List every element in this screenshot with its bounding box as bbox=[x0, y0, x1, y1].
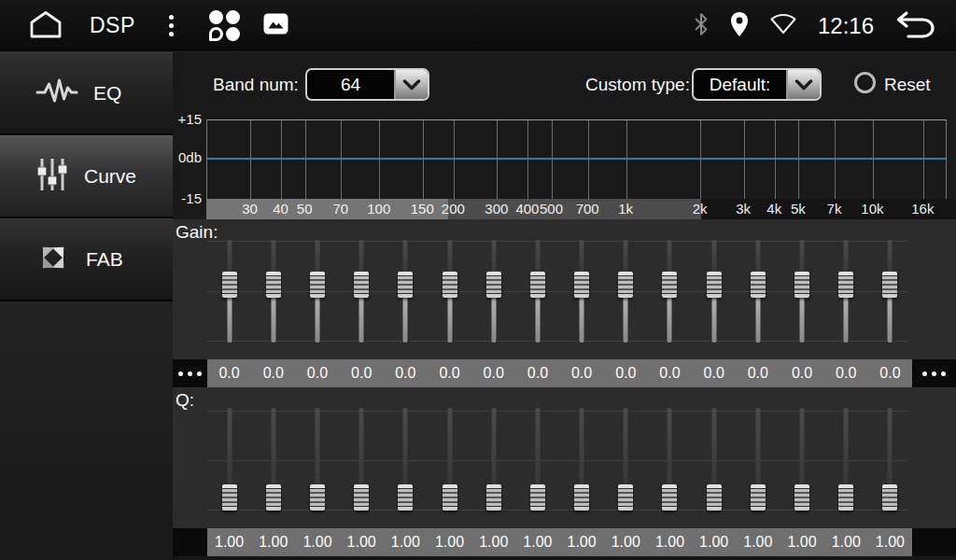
sidebar-item-fab[interactable]: FAB bbox=[0, 218, 173, 301]
gain-slider-8[interactable] bbox=[515, 237, 559, 345]
gain-slider-knob[interactable] bbox=[574, 272, 589, 298]
gain-slider-knob[interactable] bbox=[354, 272, 369, 298]
q-slider-knob[interactable] bbox=[266, 484, 281, 511]
gain-slider-5[interactable] bbox=[384, 237, 428, 345]
gain-slider-knob[interactable] bbox=[882, 272, 897, 298]
gain-value-7: 0.0 bbox=[471, 359, 515, 387]
gain-slider-3[interactable] bbox=[295, 237, 339, 345]
freq-gridline bbox=[798, 120, 799, 199]
status-bar: DSP 12:16 bbox=[0, 0, 956, 52]
gain-slider-knob[interactable] bbox=[530, 272, 545, 298]
q-slider-2[interactable] bbox=[251, 405, 295, 513]
freq-tick-label: 150 bbox=[411, 201, 434, 217]
q-slider-4[interactable] bbox=[340, 405, 384, 513]
q-slider-12[interactable] bbox=[692, 405, 736, 513]
slider-track-lower bbox=[888, 294, 893, 343]
freq-gridline bbox=[497, 120, 498, 199]
q-slider-knob[interactable] bbox=[530, 484, 545, 511]
gain-slider-knob[interactable] bbox=[398, 272, 413, 298]
q-slider-9[interactable] bbox=[560, 405, 604, 513]
q-slider-10[interactable] bbox=[604, 405, 648, 513]
q-section-label: Q: bbox=[176, 390, 194, 411]
q-slider-knob[interactable] bbox=[794, 484, 809, 511]
q-slider-7[interactable] bbox=[471, 405, 515, 513]
gain-slider-knob[interactable] bbox=[794, 272, 809, 298]
gain-slider-knob[interactable] bbox=[486, 272, 501, 298]
q-slider-knob[interactable] bbox=[882, 484, 897, 511]
q-slider-knob[interactable] bbox=[751, 484, 766, 511]
band-num-label: Band num: bbox=[213, 75, 299, 95]
gallery-icon[interactable] bbox=[263, 13, 288, 38]
q-slider-8[interactable] bbox=[515, 405, 559, 513]
gain-slider-10[interactable] bbox=[604, 237, 648, 345]
gain-slider-9[interactable] bbox=[560, 237, 604, 345]
gain-slider-16[interactable] bbox=[868, 237, 912, 345]
eq-curve-plot[interactable] bbox=[206, 119, 947, 199]
gain-slider-12[interactable] bbox=[692, 237, 736, 345]
gain-slider-14[interactable] bbox=[780, 237, 823, 345]
q-slider-knob[interactable] bbox=[354, 484, 369, 511]
q-value-8: 1.00 bbox=[515, 528, 559, 556]
q-slider-13[interactable] bbox=[736, 405, 780, 513]
q-slider-knob[interactable] bbox=[574, 484, 589, 511]
back-icon[interactable] bbox=[894, 9, 935, 43]
sidebar-item-eq[interactable]: EQ bbox=[0, 52, 173, 135]
q-slider-3[interactable] bbox=[295, 405, 339, 513]
q-slider-knob[interactable] bbox=[838, 484, 853, 511]
gain-slider-knob[interactable] bbox=[662, 272, 677, 298]
home-icon[interactable] bbox=[26, 9, 65, 43]
q-slider-14[interactable] bbox=[780, 405, 823, 513]
chevron-down-icon[interactable] bbox=[394, 70, 428, 99]
q-slider-knob[interactable] bbox=[618, 484, 633, 511]
gain-slider-15[interactable] bbox=[824, 237, 868, 345]
gain-slider-knob[interactable] bbox=[838, 272, 853, 298]
gain-slider-knob[interactable] bbox=[222, 272, 237, 298]
q-slider-knob[interactable] bbox=[486, 484, 501, 511]
custom-type-select[interactable]: Default: bbox=[692, 68, 822, 101]
gain-more-left-button[interactable] bbox=[173, 359, 207, 387]
bluetooth-icon bbox=[693, 11, 710, 41]
freq-gridline bbox=[626, 120, 627, 199]
q-value-12: 1.00 bbox=[692, 528, 736, 556]
band-num-select[interactable]: 64 bbox=[305, 68, 429, 101]
gain-slider-knob[interactable] bbox=[707, 272, 722, 298]
q-slider-1[interactable] bbox=[207, 405, 251, 513]
q-slider-knob[interactable] bbox=[662, 484, 677, 511]
apps-clover-icon[interactable] bbox=[209, 10, 241, 42]
gain-slider-11[interactable] bbox=[648, 237, 692, 345]
sidebar-item-label: EQ bbox=[93, 82, 121, 105]
gain-slider-1[interactable] bbox=[207, 237, 251, 345]
freq-gridline bbox=[835, 120, 836, 199]
gain-slider-7[interactable] bbox=[471, 237, 515, 345]
gain-slider-6[interactable] bbox=[428, 237, 471, 345]
q-slider-knob[interactable] bbox=[310, 484, 325, 511]
gain-value-11: 0.0 bbox=[648, 359, 692, 387]
slider-track-upper bbox=[668, 240, 672, 275]
gain-slider-4[interactable] bbox=[340, 237, 384, 345]
gain-slider-knob[interactable] bbox=[310, 272, 325, 298]
q-slider-16[interactable] bbox=[868, 405, 912, 513]
q-slider-6[interactable] bbox=[428, 405, 471, 513]
q-slider-11[interactable] bbox=[648, 405, 692, 513]
q-slider-15[interactable] bbox=[824, 405, 868, 513]
gain-slider-knob[interactable] bbox=[443, 272, 457, 298]
reset-radio[interactable] bbox=[854, 72, 876, 93]
overflow-menu-icon[interactable] bbox=[163, 9, 179, 42]
slider-track-upper bbox=[800, 408, 805, 488]
slider-track-lower bbox=[580, 294, 584, 343]
gain-slider-knob[interactable] bbox=[751, 272, 766, 298]
gain-value-12: 0.0 bbox=[692, 359, 736, 387]
q-slider-knob[interactable] bbox=[222, 484, 237, 511]
q-slider-5[interactable] bbox=[384, 405, 428, 513]
q-slider-knob[interactable] bbox=[707, 484, 722, 511]
chevron-down-icon[interactable] bbox=[786, 70, 820, 99]
q-slider-knob[interactable] bbox=[443, 484, 457, 511]
gain-slider-knob[interactable] bbox=[266, 272, 281, 298]
slider-track-lower bbox=[755, 294, 760, 343]
q-slider-knob[interactable] bbox=[398, 484, 413, 511]
sidebar-item-curve[interactable]: Curve bbox=[0, 135, 173, 218]
gain-slider-knob[interactable] bbox=[618, 272, 633, 298]
gain-slider-13[interactable] bbox=[736, 237, 780, 345]
gain-slider-2[interactable] bbox=[251, 237, 295, 345]
gain-more-right-button[interactable] bbox=[912, 359, 956, 387]
